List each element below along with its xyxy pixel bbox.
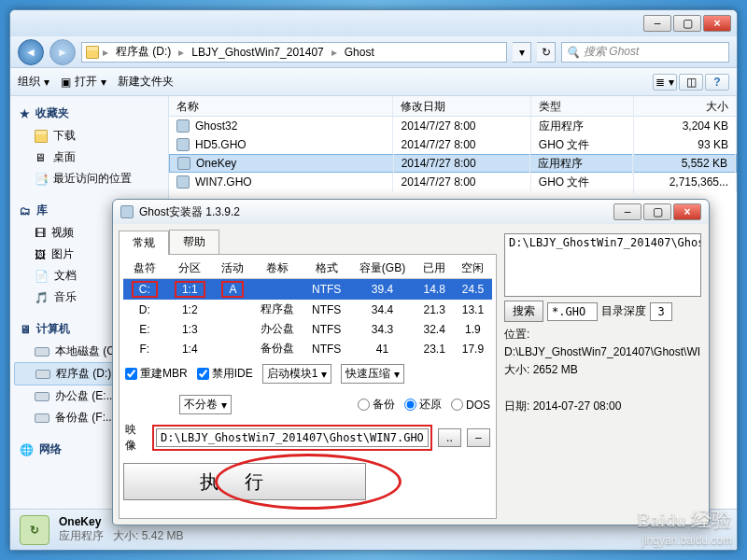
dialog-titlebar[interactable]: Ghost安装器 1.3.9.2 – ▢ × — [113, 200, 709, 224]
disk-row[interactable]: C:1:1ANTFS39.414.824.5 — [123, 279, 492, 301]
crumb-1[interactable]: LBJY_GhostWin7_201407 — [188, 46, 327, 59]
drive-icon — [35, 413, 49, 423]
rebuild-mbr-checkbox[interactable]: 重建MBR — [125, 366, 188, 382]
backup-radio[interactable]: 备份 — [358, 397, 395, 413]
video-icon: 🎞 — [35, 227, 46, 240]
minimize-button[interactable]: – — [643, 15, 671, 32]
sidebar-item-recent[interactable]: 📑最近访问的位置 — [14, 168, 164, 189]
clear-button[interactable]: – — [467, 428, 490, 447]
sidebar-item-desktop[interactable]: 🖥桌面 — [14, 147, 164, 168]
picture-icon: 🖼 — [35, 248, 46, 261]
file-icon — [176, 175, 190, 189]
crumb-2[interactable]: Ghost — [341, 46, 378, 59]
sidebar-favorites[interactable]: ★ 收藏夹 — [14, 102, 164, 125]
image-label: 映像 — [125, 422, 147, 454]
dialog-close[interactable]: × — [673, 203, 701, 220]
dos-radio[interactable]: DOS — [451, 399, 490, 412]
ghost-icon — [120, 205, 134, 218]
file-row[interactable]: WIN7.GHO2014/7/27 8:00GHO 文件2,715,365... — [169, 173, 737, 191]
new-folder-button[interactable]: 新建文件夹 — [118, 74, 174, 90]
disk-row[interactable]: D:1:2程序盘NTFS34.421.313.1 — [123, 300, 492, 319]
search-gho-button[interactable]: 搜索 — [504, 301, 543, 322]
disk-row[interactable]: E:1:3办公盘NTFS34.332.41.9 — [123, 319, 492, 339]
disable-ide-checkbox[interactable]: 禁用IDE — [197, 366, 253, 382]
organize-menu[interactable]: 组织 ▾ — [18, 74, 49, 90]
folder-icon — [35, 130, 48, 143]
compress-select[interactable]: 快速压缩 ▾ — [341, 364, 404, 384]
desktop-icon: 🖥 — [35, 151, 48, 164]
view-mode-button[interactable]: ≣ ▾ — [653, 74, 677, 91]
tabs: 常规 帮助 — [119, 230, 497, 255]
file-row[interactable]: HD5.GHO2014/7/27 8:00GHO 文件93 KB — [169, 135, 737, 154]
refresh-button[interactable]: ↻ — [537, 42, 556, 63]
file-row[interactable]: Ghost322014/7/27 8:00应用程序3,204 KB — [169, 117, 737, 135]
breadcrumb[interactable]: ▸ 程序盘 (D:) ▸ LBJY_GhostWin7_201407 ▸ Gho… — [81, 42, 507, 63]
gho-list[interactable]: D:\LBJY_GhostWin7_201407\Ghost\ — [504, 233, 701, 297]
file-icon — [176, 119, 190, 133]
preview-pane-button[interactable]: ◫ — [679, 74, 703, 91]
drive-icon — [35, 347, 49, 357]
split-select[interactable]: 不分卷 ▾ — [179, 395, 232, 414]
toolbar: 组织 ▾ ▣ 打开 ▾ 新建文件夹 ≣ ▾ ◫ ? — [10, 68, 737, 96]
crumb-0[interactable]: 程序盘 (D:) — [112, 44, 175, 60]
explorer-titlebar: – ▢ × — [10, 10, 737, 36]
search-input[interactable]: 🔍 搜索 Ghost — [561, 42, 729, 63]
col-type[interactable]: 类型 — [531, 96, 634, 116]
column-header[interactable]: 名称 修改日期 类型 大小 — [169, 96, 737, 117]
col-date[interactable]: 修改日期 — [393, 96, 530, 116]
disk-row[interactable]: F:1:4备份盘NTFS4123.117.9 — [123, 339, 492, 358]
status-type: 应用程序 — [59, 529, 104, 542]
file-icon — [176, 138, 190, 151]
file-row[interactable]: OneKey2014/7/27 8:00应用程序5,552 KB — [169, 154, 737, 173]
disk-table[interactable]: 盘符分区活动卷标格式容量(GB)已用空闲 C:1:1ANTFS39.414.82… — [123, 259, 492, 358]
col-name[interactable]: 名称 — [169, 96, 393, 116]
tab-help[interactable]: 帮助 — [169, 230, 219, 254]
help-button[interactable]: ? — [705, 74, 729, 91]
dialog-maximize[interactable]: ▢ — [643, 203, 671, 220]
file-icon — [177, 157, 190, 170]
app-icon: ↻ — [20, 515, 49, 545]
drive-icon — [35, 392, 49, 401]
depth-input[interactable]: 3 — [650, 302, 672, 321]
maximize-button[interactable]: ▢ — [673, 15, 701, 32]
restore-radio[interactable]: 还原 — [404, 397, 442, 413]
music-icon: 🎵 — [35, 291, 49, 304]
search-placeholder: 搜索 Ghost — [584, 44, 639, 60]
recent-icon: 📑 — [35, 173, 48, 186]
col-size[interactable]: 大小 — [634, 96, 737, 116]
address-bar: ◄ ► ▸ 程序盘 (D:) ▸ LBJY_GhostWin7_201407 ▸… — [10, 36, 737, 68]
folder-icon — [86, 46, 99, 59]
tab-general[interactable]: 常规 — [119, 231, 169, 255]
forward-button[interactable]: ► — [49, 39, 76, 65]
info-box: 位置: D:\LBJY_GhostWin7_201407\Ghost\WI 大小… — [504, 326, 701, 415]
search-mask-input[interactable]: *.GHO — [547, 302, 598, 321]
open-button[interactable]: ▣ 打开 ▾ — [61, 74, 106, 90]
document-icon: 📄 — [35, 270, 49, 283]
browse-button[interactable]: .. — [438, 428, 461, 447]
search-icon: 🔍 — [566, 46, 580, 59]
sidebar-item-downloads[interactable]: 下载 — [14, 125, 164, 147]
back-button[interactable]: ◄ — [18, 39, 44, 65]
execute-button[interactable]: 执行 — [123, 463, 366, 500]
depth-label: 目录深度 — [601, 303, 646, 319]
status-name: OneKey — [59, 515, 101, 528]
ghost-dialog: Ghost安装器 1.3.9.2 – ▢ × 常规 帮助 盘符分区活动卷标格式容… — [112, 199, 710, 525]
dialog-title: Ghost安装器 1.3.9.2 — [139, 204, 240, 220]
drive-icon — [35, 370, 50, 379]
status-size: 5.42 MB — [142, 529, 184, 542]
dialog-minimize[interactable]: – — [613, 203, 641, 220]
image-path-input[interactable]: D:\LBJY_GhostWin7_201407\Ghost\WIN7.GHO — [156, 428, 429, 447]
close-button[interactable]: × — [703, 15, 731, 32]
boot-module-select[interactable]: 启动模块1 ▾ — [262, 364, 332, 384]
history-dropdown[interactable]: ▾ — [513, 42, 531, 63]
